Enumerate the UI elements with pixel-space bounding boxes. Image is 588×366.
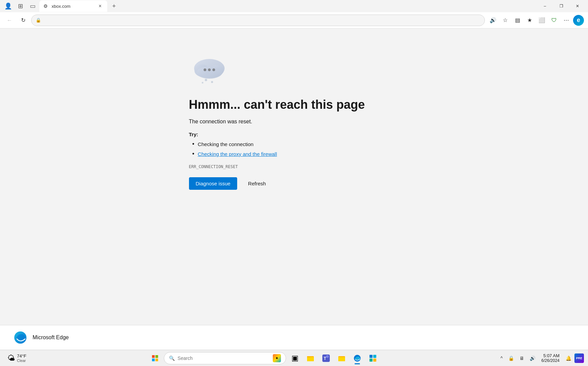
svg-rect-17 — [307, 356, 310, 358]
taskbar-file-explorer-2[interactable] — [335, 351, 348, 365]
close-button[interactable]: ✕ — [570, 1, 585, 12]
error-cloud-icon — [189, 56, 230, 86]
weather-desc: Clear — [17, 359, 26, 363]
volume-tray-button[interactable]: 🔊 — [528, 352, 537, 364]
search-icon: 🔍 — [169, 355, 175, 361]
back-button[interactable]: ← — [4, 15, 15, 26]
svg-rect-22 — [338, 357, 345, 361]
notification-button[interactable]: 🔔 — [564, 352, 573, 364]
svg-point-20 — [326, 355, 329, 358]
new-tab-button[interactable]: + — [109, 1, 119, 12]
svg-text:T: T — [324, 356, 326, 361]
error-title: Hmmm... can't reach this page — [189, 98, 399, 112]
lock-icon: 🔒 — [36, 18, 41, 23]
edge-promo: Microsoft Edge — [0, 325, 588, 350]
svg-rect-27 — [373, 359, 376, 362]
profile-icon[interactable]: 👤 — [3, 1, 14, 12]
file-explorer-icon — [307, 354, 314, 362]
window-controls: – ❐ ✕ — [537, 1, 585, 12]
tab-close-button[interactable]: ✕ — [97, 3, 103, 9]
teams-icon: T — [322, 354, 330, 362]
address-bar[interactable]: 🔒 https://xbox.com — [31, 15, 485, 26]
error-subtitle: The connection was reset. — [189, 119, 399, 125]
taskbar: 🌤 74°F Clear 🔍 ✦ — [0, 350, 588, 366]
svg-point-8 — [211, 81, 213, 83]
list-item: Checking the proxy and the firewall — [192, 150, 399, 158]
taskbar-edge[interactable] — [350, 351, 364, 365]
weather-widget[interactable]: 🌤 74°F Clear — [4, 352, 30, 364]
active-tab[interactable]: ⚙ xbox.com ✕ — [39, 0, 107, 12]
edge-taskbar-icon — [354, 354, 361, 362]
read-aloud-button[interactable]: 🔊 — [488, 15, 498, 26]
start-button[interactable] — [148, 351, 162, 365]
taskbar-right: ^ 🔒 🖥 🔊 5:07 AM 6/26/2024 🔔 PRE — [498, 352, 584, 364]
proxy-firewall-link[interactable]: Checking the proxy and the firewall — [198, 151, 277, 157]
taskbar-file-explorer[interactable] — [304, 351, 317, 365]
svg-rect-13 — [152, 359, 155, 361]
taskbar-teams[interactable]: T — [319, 351, 333, 365]
weather-info: 74°F Clear — [17, 353, 26, 363]
taskbar-center: 🔍 ✦ ▣ T — [31, 351, 497, 365]
taskbar-task-view[interactable]: ▣ — [288, 351, 302, 365]
workspaces-icon[interactable]: ▭ — [27, 1, 38, 12]
minimize-button[interactable]: – — [537, 1, 553, 12]
svg-point-5 — [208, 68, 211, 71]
collections-button[interactable]: ⬜ — [536, 15, 547, 26]
try-list: Checking the connection Checking the pro… — [189, 141, 399, 158]
clock-date: 6/26/2024 — [542, 358, 559, 363]
network-tray-button[interactable]: 🖥 — [517, 352, 526, 364]
copilot-icon: ✦ — [273, 354, 281, 362]
svg-rect-16 — [307, 357, 314, 361]
tray-overflow-button[interactable]: ^ — [498, 352, 505, 364]
tab-title: xbox.com — [52, 4, 94, 9]
search-input[interactable] — [177, 355, 270, 361]
clock-widget[interactable]: 5:07 AM 6/26/2024 — [539, 352, 562, 364]
list-item: Checking the connection — [192, 141, 399, 148]
more-button[interactable]: ⋯ — [561, 15, 572, 26]
title-bar: 👤 ⊞ ▭ ⚙ xbox.com ✕ + – ❐ ✕ — [0, 0, 588, 12]
clock-time: 5:07 AM — [543, 353, 559, 358]
svg-rect-26 — [369, 359, 373, 362]
search-bar[interactable]: 🔍 ✦ — [164, 352, 286, 364]
edge-promo-logo — [14, 331, 27, 344]
svg-point-6 — [212, 68, 215, 71]
checking-connection-text: Checking the connection — [198, 141, 253, 147]
svg-rect-24 — [369, 355, 373, 358]
svg-rect-12 — [155, 355, 158, 358]
refresh-button[interactable]: ↻ — [18, 15, 29, 26]
toolbar-actions: 🔊 ☆ ▤ ★ ⬜ 🛡 ⋯ e — [488, 15, 584, 26]
svg-rect-14 — [155, 359, 158, 361]
antivirus-tray-button[interactable]: 🔒 — [506, 352, 516, 364]
weather-icon: 🌤 — [7, 354, 15, 363]
favorites-bar-button[interactable]: ★ — [524, 15, 535, 26]
windows-preview-badge: PRE — [574, 353, 584, 363]
svg-point-7 — [205, 79, 207, 81]
diagnose-button[interactable]: Diagnose issue — [189, 177, 238, 190]
error-container: Hmmm... can't reach this page The connec… — [175, 49, 413, 197]
svg-point-4 — [204, 68, 206, 71]
svg-rect-11 — [152, 355, 155, 358]
windows-logo-icon — [152, 355, 158, 361]
edge-logo: e — [573, 15, 584, 26]
edge-promo-text: Microsoft Edge — [33, 334, 69, 341]
refresh-button-page[interactable]: Refresh — [241, 177, 273, 190]
reading-mode-button[interactable]: ▤ — [512, 15, 523, 26]
tab-favicon: ⚙ — [43, 3, 49, 9]
adblock-button[interactable]: 🛡 — [549, 15, 559, 26]
browser-window: 👤 ⊞ ▭ ⚙ xbox.com ✕ + – ❐ ✕ ← ↻ 🔒 https:/… — [0, 0, 588, 366]
maximize-button[interactable]: ❐ — [553, 1, 569, 12]
nav-bar: ← ↻ 🔒 https://xbox.com 🔊 ☆ ▤ ★ ⬜ 🛡 ⋯ e — [0, 12, 588, 28]
svg-rect-25 — [373, 355, 376, 358]
svg-point-3 — [196, 66, 222, 79]
url-input[interactable]: https://xbox.com — [44, 18, 480, 23]
file-explorer-2-icon — [338, 354, 345, 362]
error-code: ERR_CONNECTION_RESET — [189, 164, 399, 169]
favorites-button[interactable]: ☆ — [500, 15, 511, 26]
try-label: Try: — [189, 131, 399, 137]
extensions-icon[interactable]: ⊞ — [15, 1, 26, 12]
action-buttons: Diagnose issue Refresh — [189, 177, 399, 190]
microsoft-store-icon — [369, 354, 377, 362]
taskbar-microsoft-store[interactable] — [366, 351, 380, 365]
browser-content: Hmmm... can't reach this page The connec… — [0, 28, 588, 337]
weather-temp: 74°F — [17, 353, 26, 359]
